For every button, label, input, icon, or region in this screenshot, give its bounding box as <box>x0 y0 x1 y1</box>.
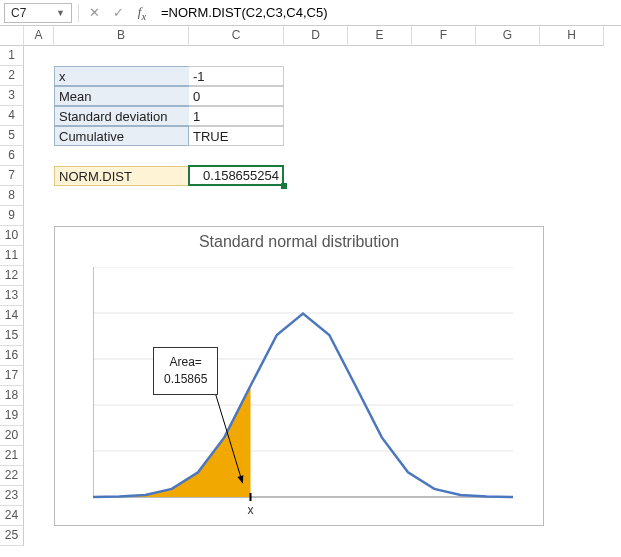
formula-bar: C7 ▼ ✕ ✓ fx <box>0 0 621 26</box>
cell-c5-value[interactable]: TRUE <box>189 126 284 146</box>
row-header-11[interactable]: 11 <box>0 246 24 266</box>
row-header-14[interactable]: 14 <box>0 306 24 326</box>
select-all-corner[interactable] <box>0 26 24 46</box>
fill-handle[interactable] <box>281 183 287 189</box>
row-header-12[interactable]: 12 <box>0 266 24 286</box>
callout-line1: Area= <box>170 355 202 369</box>
row-header-1[interactable]: 1 <box>0 46 24 66</box>
column-header-a[interactable]: A <box>24 26 54 46</box>
chart-plot-area: 00.10.20.30.40.5 x Area= 0.15865 <box>93 267 513 497</box>
chart-container[interactable]: Standard normal distribution 00.10.20.30… <box>54 226 544 526</box>
column-header-g[interactable]: G <box>476 26 540 46</box>
column-header-c[interactable]: C <box>189 26 284 46</box>
row-header-15[interactable]: 15 <box>0 326 24 346</box>
row-header-7[interactable]: 7 <box>0 166 24 186</box>
row-header-23[interactable]: 23 <box>0 486 24 506</box>
row-header-13[interactable]: 13 <box>0 286 24 306</box>
separator <box>78 4 79 22</box>
spreadsheet-grid[interactable]: ABCDEFGH 1234567891011121314151617181920… <box>0 26 621 557</box>
cell-b5-label[interactable]: Cumulative <box>54 126 189 146</box>
fx-icon[interactable]: fx <box>133 4 151 22</box>
cancel-formula-icon[interactable]: ✕ <box>85 5 103 20</box>
cell-c3-value[interactable]: 0 <box>189 86 284 106</box>
row-header-24[interactable]: 24 <box>0 506 24 526</box>
cell-b2-label[interactable]: x <box>54 66 189 86</box>
row-header-18[interactable]: 18 <box>0 386 24 406</box>
row-header-3[interactable]: 3 <box>0 86 24 106</box>
row-header-6[interactable]: 6 <box>0 146 24 166</box>
row-header-20[interactable]: 20 <box>0 426 24 446</box>
column-header-d[interactable]: D <box>284 26 348 46</box>
row-header-17[interactable]: 17 <box>0 366 24 386</box>
shaded-area <box>93 386 251 497</box>
chevron-down-icon[interactable]: ▼ <box>56 8 65 18</box>
x-marker-label: x <box>248 503 254 517</box>
row-header-8[interactable]: 8 <box>0 186 24 206</box>
row-header-21[interactable]: 21 <box>0 446 24 466</box>
column-header-h[interactable]: H <box>540 26 604 46</box>
cell-c4-value[interactable]: 1 <box>189 106 284 126</box>
row-header-16[interactable]: 16 <box>0 346 24 366</box>
row-header-2[interactable]: 2 <box>0 66 24 86</box>
row-header-25[interactable]: 25 <box>0 526 24 546</box>
row-header-4[interactable]: 4 <box>0 106 24 126</box>
cell-c2-value[interactable]: -1 <box>189 66 284 86</box>
cell-c7-value[interactable]: 0.158655254 <box>189 166 284 186</box>
row-header-10[interactable]: 10 <box>0 226 24 246</box>
row-header-9[interactable]: 9 <box>0 206 24 226</box>
cell-b4-label[interactable]: Standard deviation <box>54 106 189 126</box>
column-header-f[interactable]: F <box>412 26 476 46</box>
row-header-19[interactable]: 19 <box>0 406 24 426</box>
column-header-b[interactable]: B <box>54 26 189 46</box>
name-box[interactable]: C7 ▼ <box>4 3 72 23</box>
row-header-22[interactable]: 22 <box>0 466 24 486</box>
chart-title: Standard normal distribution <box>55 233 543 251</box>
callout-line2: 0.15865 <box>164 372 207 386</box>
formula-input[interactable] <box>157 3 617 23</box>
row-header-5[interactable]: 5 <box>0 126 24 146</box>
column-header-e[interactable]: E <box>348 26 412 46</box>
cell-b3-label[interactable]: Mean <box>54 86 189 106</box>
chart-callout: Area= 0.15865 <box>153 347 218 395</box>
cell-b7-label[interactable]: NORM.DIST <box>54 166 189 186</box>
accept-formula-icon[interactable]: ✓ <box>109 5 127 20</box>
name-box-value: C7 <box>11 6 26 20</box>
